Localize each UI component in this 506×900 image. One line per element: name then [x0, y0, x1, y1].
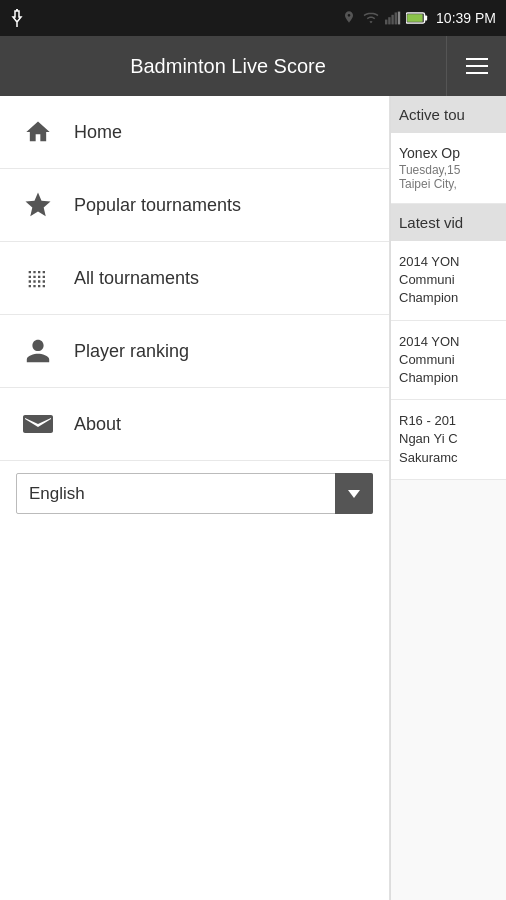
- video-title-3-line1: R16 - 201: [399, 412, 498, 430]
- status-bar: 10:39 PM: [0, 0, 506, 36]
- svg-rect-8: [407, 14, 422, 22]
- home-icon: [20, 114, 56, 150]
- main-layout: Home Popular tournaments All tournaments: [0, 96, 506, 900]
- video-title-1-line3: Champion: [399, 289, 498, 307]
- menu-button[interactable]: [446, 36, 506, 96]
- status-left: [10, 9, 24, 27]
- sidebar-about-label: About: [74, 414, 121, 435]
- video-item-1[interactable]: 2014 YON Communi Champion: [391, 241, 506, 321]
- sidebar: Home Popular tournaments All tournaments: [0, 96, 390, 900]
- sidebar-item-about[interactable]: About: [0, 388, 389, 461]
- video-title-1-line2: Communi: [399, 271, 498, 289]
- sidebar-ranking-label: Player ranking: [74, 341, 189, 362]
- svg-rect-4: [395, 12, 397, 24]
- alarm-icon: [341, 10, 357, 26]
- star-icon: [20, 187, 56, 223]
- sidebar-item-popular-tournaments[interactable]: Popular tournaments: [0, 169, 389, 242]
- battery-icon: [406, 12, 428, 24]
- wifi-icon: [362, 11, 380, 25]
- latest-videos-header: Latest vid: [391, 204, 506, 241]
- status-right: 10:39 PM: [341, 10, 496, 26]
- sidebar-item-home[interactable]: Home: [0, 96, 389, 169]
- video-title-2-line3: Champion: [399, 369, 498, 387]
- time-display: 10:39 PM: [436, 10, 496, 26]
- header-title: Badminton Live Score: [0, 55, 446, 78]
- tournament-date: Tuesday,15: [399, 163, 498, 177]
- video-item-3[interactable]: R16 - 201 Ngan Yi C Sakuramc: [391, 400, 506, 480]
- app-header: Badminton Live Score: [0, 36, 506, 96]
- video-title-3-line2: Ngan Yi C: [399, 430, 498, 448]
- svg-rect-1: [385, 20, 387, 25]
- sidebar-item-player-ranking[interactable]: Player ranking: [0, 315, 389, 388]
- person-icon: [20, 333, 56, 369]
- active-tournaments-header: Active tou: [391, 96, 506, 133]
- sidebar-all-label: All tournaments: [74, 268, 199, 289]
- usb-icon: [10, 9, 24, 27]
- svg-point-0: [16, 9, 18, 11]
- sidebar-home-label: Home: [74, 122, 122, 143]
- video-title-2-line1: 2014 YON: [399, 333, 498, 351]
- video-item-2[interactable]: 2014 YON Communi Champion: [391, 321, 506, 401]
- mail-icon: [20, 406, 56, 442]
- sidebar-popular-label: Popular tournaments: [74, 195, 241, 216]
- svg-rect-3: [391, 15, 393, 25]
- video-title-1-line1: 2014 YON: [399, 253, 498, 271]
- signal-icon: [385, 11, 401, 25]
- svg-rect-5: [398, 12, 400, 25]
- tournament-location: Taipei City,: [399, 177, 498, 191]
- svg-rect-2: [388, 17, 390, 24]
- tournament-item[interactable]: Yonex Op Tuesday,15 Taipei City,: [391, 133, 506, 204]
- grid-icon: [20, 260, 56, 296]
- right-panel: Active tou Yonex Op Tuesday,15 Taipei Ci…: [390, 96, 506, 900]
- hamburger-icon: [466, 58, 488, 74]
- tournament-name: Yonex Op: [399, 145, 498, 161]
- video-title-3-line3: Sakuramc: [399, 449, 498, 467]
- language-select[interactable]: English French Spanish German Chinese: [16, 473, 373, 514]
- sidebar-item-all-tournaments[interactable]: All tournaments: [0, 242, 389, 315]
- svg-rect-7: [425, 15, 428, 20]
- language-selector[interactable]: English French Spanish German Chinese: [16, 473, 373, 514]
- video-title-2-line2: Communi: [399, 351, 498, 369]
